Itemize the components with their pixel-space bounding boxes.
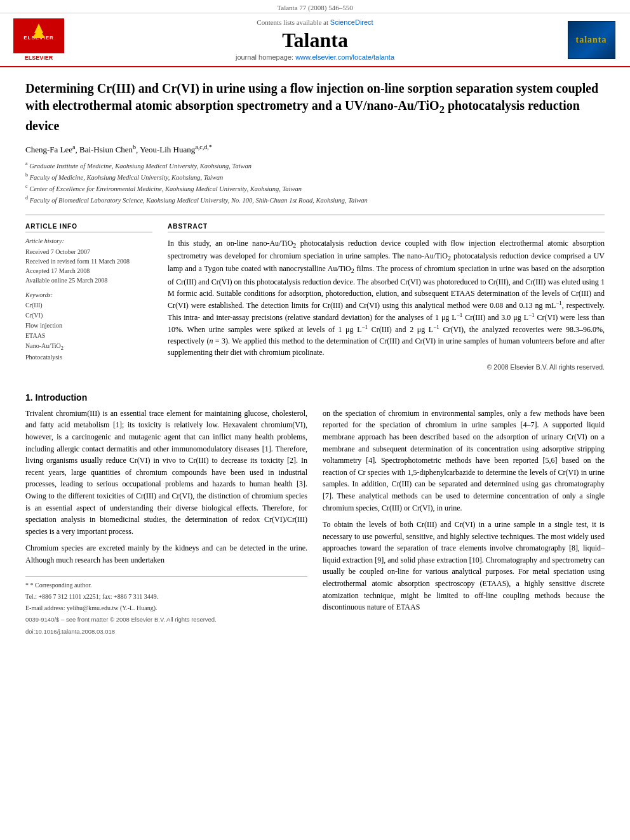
revised-text: Received in revised form 11 March 2008 — [25, 257, 152, 266]
intro-col1-text2: Chromium species are excreted mainly by … — [25, 542, 307, 566]
affiliation-b: b Faculty of Medicine, Kaohsiung Medical… — [25, 171, 605, 182]
keyword-6: Photocatalysis — [25, 352, 152, 363]
affiliation-c: c Center of Excellence for Environmental… — [25, 183, 605, 194]
sciencedirect-link-text[interactable]: ScienceDirect — [330, 18, 373, 26]
copyright-footer: 0039-9140/$ – see front matter © 2008 El… — [25, 615, 307, 624]
top-bar: Talanta 77 (2008) 546–550 — [0, 0, 630, 13]
sciencedirect-line: Contents lists available at ScienceDirec… — [67, 18, 563, 26]
keyword-4: ETAAS — [25, 331, 152, 341]
article-info-abstract-section: ARTICLE INFO Article history: Received 7… — [25, 215, 605, 371]
article-content: Determining Cr(III) and Cr(VI) in urine … — [0, 67, 630, 383]
main-body: 1. Introduction Trivalent chromium(III) … — [0, 392, 630, 636]
article-history-label: Article history: — [25, 237, 152, 244]
keywords-list: Cr(III) Cr(VI) Flow injection ETAAS Nano… — [25, 300, 152, 363]
intro-col2-text1: on the speciation of chromium in environ… — [323, 408, 605, 514]
abstract-col: Abstract In this study, an on-line nano-… — [168, 223, 605, 371]
elsevier-logo-svg: ELSEVIER — [17, 20, 61, 52]
footnote-tel-text: Tel.: +886 7 312 1101 x2251; fax: +886 7… — [25, 593, 158, 600]
homepage-link[interactable]: www.elsevier.com/locate/talanta — [295, 53, 394, 61]
journal-title: Talanta — [67, 29, 563, 52]
body-col-left: Trivalent chromium(III) is an essential … — [25, 408, 307, 636]
intro-title: Introduction — [36, 392, 88, 403]
talanta-logo: talanta — [568, 21, 615, 59]
journal-header-left: ELSEVIER ELSEVIER — [10, 18, 67, 61]
body-col-right: on the speciation of chromium in environ… — [323, 408, 605, 636]
article-title: Determining Cr(III) and Cr(VI) in urine … — [25, 80, 605, 135]
journal-header: ELSEVIER ELSEVIER Contents lists availab… — [0, 13, 630, 67]
journal-header-right: talanta — [563, 21, 620, 59]
page-container: Talanta 77 (2008) 546–550 ELSEVIER ELSEV… — [0, 0, 630, 840]
available-text: Available online 25 March 2008 — [25, 276, 152, 285]
authors-line: Cheng-Fa Leea, Bai-Hsiun Chenb, Yeou-Lih… — [25, 143, 605, 155]
received-text: Received 7 October 2007 — [25, 247, 152, 257]
footnote-email: E-mail address: yelihu@kmu.edu.tw (Y.-L.… — [25, 603, 307, 613]
footnote-corresponding: * * Corresponding author. — [25, 580, 307, 590]
received-date: Received 7 October 2007 Received in revi… — [25, 247, 152, 285]
elsevier-logo: ELSEVIER — [13, 18, 64, 53]
contents-available-text: Contents lists available at — [257, 18, 328, 26]
affiliations-block: a Graduate Institute of Medicine, Kaohsi… — [25, 160, 605, 206]
keyword-1: Cr(III) — [25, 300, 152, 310]
footnotes-section: * * Corresponding author. Tel.: +886 7 3… — [25, 576, 307, 636]
keyword-2: Cr(VI) — [25, 310, 152, 321]
article-info-header: ARTICLE INFO — [25, 223, 152, 232]
accepted-text: Accepted 17 March 2008 — [25, 266, 152, 276]
keywords-section: Keywords: Cr(III) Cr(VI) Flow injection … — [25, 291, 152, 363]
article-history-block: Article history: Received 7 October 2007… — [25, 237, 152, 285]
keywords-label: Keywords: — [25, 291, 152, 298]
copyright-line: © 2008 Elsevier B.V. All rights reserved… — [168, 363, 605, 371]
intro-col1-text: Trivalent chromium(III) is an essential … — [25, 408, 307, 538]
journal-header-center: Contents lists available at ScienceDirec… — [67, 18, 563, 61]
abstract-text: In this study, an on-line nano-Au/TiO2 p… — [168, 237, 605, 358]
footnote-corresponding-label: * Corresponding author. — [30, 582, 92, 589]
citation-text: Talanta 77 (2008) 546–550 — [277, 4, 352, 11]
journal-homepage: journal homepage: www.elsevier.com/locat… — [67, 53, 563, 61]
article-info-col: ARTICLE INFO Article history: Received 7… — [25, 223, 152, 371]
intro-number: 1. — [25, 392, 33, 403]
affiliation-a: a Graduate Institute of Medicine, Kaohsi… — [25, 160, 605, 171]
elsevier-text: ELSEVIER — [25, 55, 53, 61]
doi-line: doi:10.1016/j.talanta.2008.03.018 — [25, 627, 307, 636]
keyword-5: Nano-Au/TiO2 — [25, 341, 152, 352]
body-two-col: Trivalent chromium(III) is an essential … — [25, 408, 605, 636]
homepage-label: journal homepage: — [236, 53, 293, 61]
footnote-email-text: E-mail address: yelihu@kmu.edu.tw (Y.-L.… — [25, 604, 158, 611]
talanta-logo-text: talanta — [576, 35, 607, 45]
keyword-3: Flow injection — [25, 321, 152, 331]
intro-section-title: 1. Introduction — [25, 392, 605, 403]
abstract-header: Abstract — [168, 223, 605, 232]
footnote-tel: Tel.: +886 7 312 1101 x2251; fax: +886 7… — [25, 592, 307, 601]
intro-col2-text2: To obtain the levels of both Cr(III) and… — [323, 519, 605, 613]
affiliation-d: d Faculty of Biomedical Laboratory Scien… — [25, 194, 605, 205]
